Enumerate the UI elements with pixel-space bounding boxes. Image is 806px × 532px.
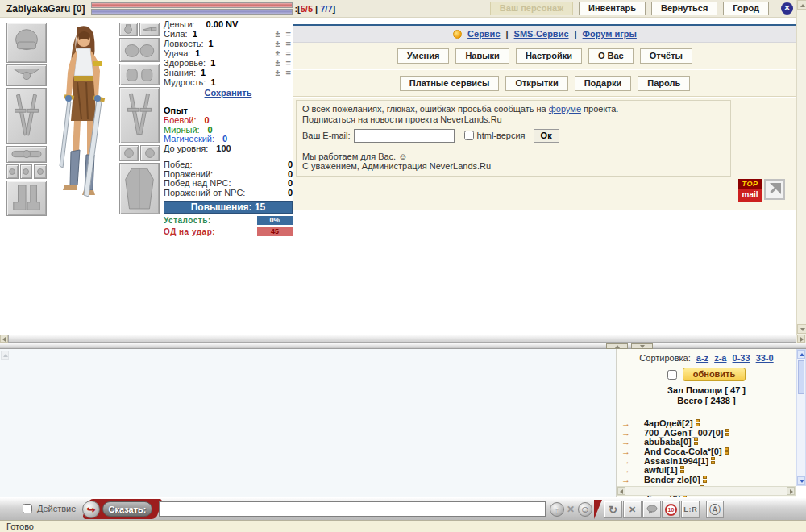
game-screen: ZabiyakaGaru [0] :[5/5 | 7/7] Ваш персон… [0, 0, 806, 532]
player-info-icon[interactable] [680, 466, 684, 474]
slot-shoulders[interactable] [119, 38, 160, 62]
tab-postcards[interactable]: Открытки [505, 76, 567, 91]
tab-gifts[interactable]: Подарки [575, 76, 632, 91]
font-toggle-icon[interactable]: Ⓐ [706, 501, 724, 518]
tab-paid-services[interactable]: Платные сервисы [400, 76, 500, 91]
forum-link[interactable]: Форум игры [583, 29, 637, 39]
slot-bag[interactable] [119, 23, 138, 36]
email-input[interactable] [354, 129, 455, 143]
tab-abilities[interactable]: Навыки [455, 48, 509, 64]
auto-refresh-checkbox[interactable] [667, 370, 677, 380]
smiley-icon[interactable]: ☺ [578, 502, 592, 517]
list-item[interactable]: →Bender zlo[0] [617, 475, 796, 484]
close-icon[interactable]: ✕ [781, 2, 793, 15]
say-arrow-icon[interactable]: ↪ [82, 501, 100, 518]
html-version-checkbox[interactable] [464, 131, 474, 140]
slot-misc-1[interactable] [6, 164, 19, 179]
tab-password[interactable]: Пароль [638, 76, 690, 91]
scroll-down-arrow[interactable] [797, 476, 805, 485]
refresh-button[interactable]: обновить [683, 368, 746, 381]
slot-knife[interactable] [139, 23, 160, 36]
page-horizontal-scrollbar[interactable] [0, 335, 806, 343]
players-vertical-scrollbar[interactable] [796, 349, 806, 486]
stat-plus-equal[interactable]: ± = [275, 29, 293, 39]
message-limit-badge[interactable]: 10 [662, 501, 680, 518]
slot-bracelet-2[interactable] [140, 145, 160, 161]
page-vertical-scrollbar[interactable] [796, 0, 806, 335]
money-label: Деньги: [164, 19, 195, 29]
chat-splitter[interactable] [0, 343, 806, 349]
tab-reports[interactable]: Отчёты [640, 48, 692, 64]
scroll-thumb[interactable] [8, 335, 796, 343]
list-item[interactable]: →abubaba[0] [617, 437, 796, 447]
close-chat-icon[interactable]: ✕ [623, 501, 642, 518]
sort-033-link[interactable]: 0-33 [733, 353, 750, 363]
player-info-icon[interactable] [696, 419, 700, 427]
scroll-up-arrow[interactable] [797, 0, 806, 10]
player-arrow-icon: → [621, 465, 632, 475]
external-link-icon[interactable] [764, 179, 785, 200]
refresh-chat-icon[interactable]: ↻ [604, 501, 622, 518]
scroll-thumb[interactable] [798, 360, 804, 394]
return-button[interactable]: Вернуться [651, 2, 717, 15]
slot-helmet[interactable] [6, 23, 47, 63]
player-info-icon[interactable] [725, 429, 729, 437]
service-link[interactable]: Сервис [467, 29, 500, 39]
slot-misc-3[interactable] [34, 164, 47, 179]
slot-bracelet-1[interactable] [119, 145, 139, 161]
list-item[interactable]: →700_AGenT_007[0] [617, 428, 796, 438]
player-info-icon[interactable] [711, 457, 715, 465]
splitter-down-button[interactable] [631, 343, 653, 349]
splitter-up-button[interactable] [606, 343, 628, 349]
say-button[interactable]: Сказать: [102, 501, 152, 517]
clear-icon[interactable]: ✕ [567, 504, 575, 515]
sort-za-link[interactable]: z-a [714, 353, 726, 363]
slot-misc-2[interactable] [20, 164, 32, 179]
topmail-logo[interactable]: TOP mail [738, 179, 762, 202]
tab-about[interactable]: О Вас [588, 48, 634, 64]
chat-scroll-up-arrow[interactable] [1, 351, 9, 360]
player-info-icon[interactable] [725, 447, 729, 455]
ok-button[interactable]: Ок [534, 129, 559, 143]
chat-message-input[interactable] [159, 501, 546, 517]
stat-plus-equal[interactable]: ± = [275, 48, 293, 58]
scroll-right-arrow[interactable] [787, 487, 795, 495]
sort-az-link[interactable]: a-z [696, 353, 708, 363]
tab-skills[interactable]: Умения [397, 48, 449, 64]
stat-plus-equal[interactable]: ± = [275, 68, 293, 77]
list-item[interactable]: →awful[1] [617, 465, 796, 475]
sms-service-link[interactable]: SMS-Сервис [514, 29, 569, 39]
slot-amulet[interactable] [6, 64, 47, 86]
list-item[interactable]: →And Coca-Cola*[0] [617, 447, 796, 456]
sort-330-link[interactable]: 33-0 [756, 353, 774, 363]
translit-icon[interactable]: L↕R [681, 501, 700, 518]
inventory-button[interactable]: Инвентарь [579, 2, 646, 15]
list-item[interactable]: →4арОдей[2] [617, 418, 796, 428]
slot-belt[interactable] [6, 146, 47, 163]
slot-boots[interactable] [6, 181, 47, 216]
player-info-icon[interactable] [694, 438, 698, 446]
slot-weapon-right[interactable] [119, 87, 160, 143]
slot-armor[interactable] [119, 163, 160, 214]
tab-settings[interactable]: Настройки [516, 48, 582, 64]
list-item[interactable]: →Assasin1994[1] [617, 456, 796, 466]
scroll-right-arrow[interactable] [797, 335, 805, 343]
scroll-up-arrow[interactable] [797, 350, 805, 359]
players-horizontal-scrollbar[interactable] [617, 486, 796, 496]
scroll-left-arrow[interactable] [617, 487, 625, 495]
player-info-icon[interactable] [703, 476, 707, 484]
city-button[interactable]: Город [723, 2, 769, 15]
stat-plus-equal[interactable]: ± = [275, 58, 293, 68]
forum-inline-link[interactable]: форуме [549, 104, 581, 114]
action-checkbox[interactable] [23, 504, 32, 513]
stat-plus-equal[interactable]: ± = [275, 39, 293, 48]
promotions-bar[interactable]: Повышения: 15 [164, 201, 293, 214]
scroll-left-arrow[interactable] [0, 335, 8, 343]
slot-gloves[interactable] [119, 64, 160, 85]
chat-bubble-icon[interactable] [642, 501, 661, 518]
thanks-line-2: С уважением, Администрация NeverLands.Ru [302, 161, 725, 171]
send-up-icon[interactable]: ↑ [550, 502, 564, 517]
scroll-down-arrow[interactable] [797, 324, 806, 334]
save-link[interactable]: Сохранить [205, 88, 252, 98]
slot-weapon-left[interactable] [6, 88, 47, 144]
